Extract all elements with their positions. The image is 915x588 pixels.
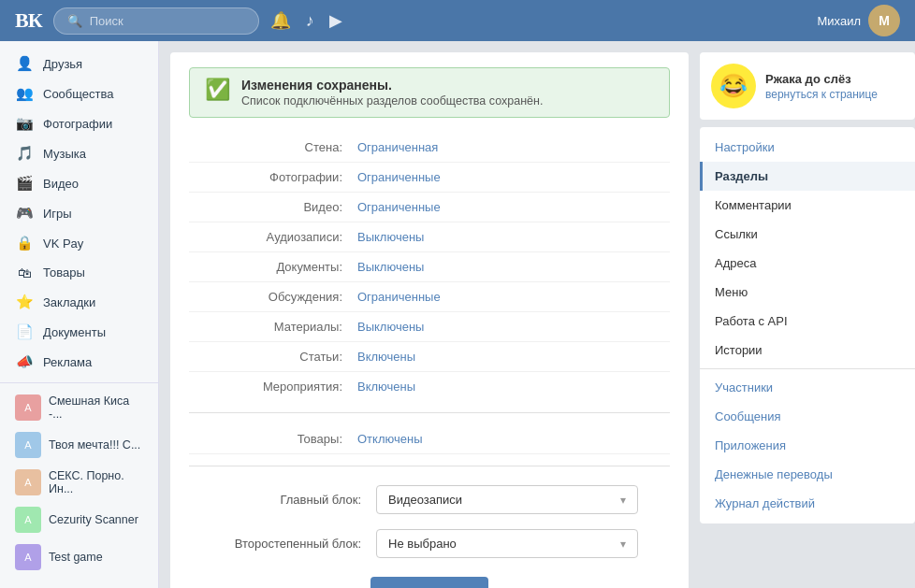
topnav-icons: 🔔 ♪ ▶ [270,10,342,31]
right-nav-item-sections[interactable]: Разделы [700,162,915,191]
community-info: Ржака до слёз вернуться к странице [765,72,878,101]
sidebar-label-friends: Друзья [43,57,82,71]
sidebar-icon-goods: 🛍 [15,265,34,280]
settings-label-4: Документы: [189,260,357,274]
sidebar-item-vkpay[interactable]: 🔒 VK Pay [0,228,158,258]
right-nav-item-stories[interactable]: Истории [700,336,915,365]
user-name: Михаил [817,14,861,28]
section-divider-1 [189,412,670,413]
search-input[interactable] [90,14,247,28]
settings-row-3: Аудиозаписи: Выключены [189,222,670,252]
settings-value-0[interactable]: Ограниченная [357,140,438,154]
settings-value-7[interactable]: Включены [357,350,415,364]
right-nav-item-addresses[interactable]: Адреса [700,249,915,278]
right-nav-item-links[interactable]: Ссылки [700,220,915,249]
sidebar-item-documents[interactable]: 📄 Документы [0,317,158,347]
sidebar-icon-documents: 📄 [15,323,34,340]
settings-label-2: Видео: [189,200,357,214]
sidebar-item-photos[interactable]: 📷 Фотографии [0,108,158,138]
sidebar-label-video: Видео [43,177,79,191]
search-box[interactable]: 🔍 [53,7,259,35]
right-nav-item-settings[interactable]: Настройки [700,133,915,162]
right-nav-item-menu[interactable]: Меню [700,278,915,307]
settings-row-2: Видео: Ограниченные [189,193,670,222]
sidebar-item-goods[interactable]: 🛍 Товары [0,258,158,287]
right-nav-item-log[interactable]: Журнал действий [700,489,915,518]
sidebar-label-games: Игры [43,207,72,221]
app-label-app5: Test game [49,551,103,564]
sidebar-label-music: Музыка [43,147,86,161]
settings-value-8[interactable]: Включены [357,380,415,394]
settings-value-1[interactable]: Ограниченные [357,170,441,184]
settings-label-5: Обсуждения: [189,290,357,304]
sidebar-icon-friends: 👤 [15,55,34,72]
sidebar-icon-ads: 📣 [15,353,34,370]
right-nav-item-comments[interactable]: Комментарии [700,191,915,220]
secondary-block-label: Второстепенный блок: [189,537,376,551]
save-button-row: Сохранить [189,566,670,588]
content-card: ✅ Изменения сохранены. Список подключённ… [170,52,689,588]
right-nav-item-api[interactable]: Работа с API [700,307,915,336]
settings-value-6[interactable]: Выключены [357,320,424,334]
sidebar-label-vkpay: VK Pay [43,237,83,251]
main-content: ✅ Изменения сохранены. Список подключённ… [159,41,700,588]
goods-value[interactable]: Отключены [357,432,422,446]
success-icon: ✅ [205,78,230,102]
settings-value-3[interactable]: Выключены [357,230,424,244]
settings-label-3: Аудиозаписи: [189,230,357,244]
settings-row-4: Документы: Выключены [189,252,670,282]
settings-value-5[interactable]: Ограниченные [357,290,441,304]
main-block-dropdown[interactable]: Видеозаписи ▾ [376,485,638,514]
success-title: Изменения сохранены. [241,78,543,93]
user-avatar: М [868,5,900,36]
music-icon[interactable]: ♪ [306,11,314,31]
sidebar-icon-music: 🎵 [15,145,34,162]
sidebar-icon-vkpay: 🔒 [15,235,34,251]
settings-label-1: Фотографии: [189,170,357,184]
community-back-link[interactable]: вернуться к странице [765,88,878,101]
right-sidebar: 😂 Ржака до слёз вернуться к странице Нас… [700,41,915,588]
app-icon-app2: A [15,432,41,458]
sidebar-app-app2[interactable]: A Твоя мечта!!! С... [0,426,158,464]
sidebar-app-app4[interactable]: A Cezurity Scanner [0,501,158,538]
user-menu[interactable]: Михаил М [817,5,900,36]
right-nav-item-transfers[interactable]: Денежные переводы [700,460,915,489]
play-icon[interactable]: ▶ [329,10,342,31]
sidebar-item-communities[interactable]: 👥 Сообщества [0,79,158,108]
secondary-block-arrow-icon: ▾ [620,538,626,551]
settings-row-7: Статьи: Включены [189,342,670,372]
save-button[interactable]: Сохранить [370,577,488,588]
sidebar-app-app3[interactable]: A СЕКС. Порно. Ин... [0,464,158,501]
right-nav-item-messages[interactable]: Сообщения [700,402,915,431]
sidebar-label-ads: Реклама [43,355,92,369]
sidebar-item-friends[interactable]: 👤 Друзья [0,49,158,79]
settings-row-8: Мероприятия: Включены [189,372,670,401]
sidebar-item-music[interactable]: 🎵 Музыка [0,138,158,168]
settings-value-4[interactable]: Выключены [357,260,424,274]
settings-label-6: Материалы: [189,320,357,334]
community-avatar: 😂 [711,64,756,108]
vk-logo[interactable]: ВК [15,8,42,33]
sidebar-item-bookmarks[interactable]: ⭐ Закладки [0,287,158,317]
sidebar-item-games[interactable]: 🎮 Игры [0,198,158,228]
search-icon: 🔍 [67,14,82,28]
left-sidebar: 👤 Друзья 👥 Сообщества 📷 Фотографии 🎵 Муз… [0,41,159,588]
sidebar-app-app1[interactable]: A Смешная Киса -... [0,389,158,426]
sidebar-item-ads[interactable]: 📣 Реклама [0,347,158,377]
secondary-block-value: Не выбрано [388,537,457,551]
settings-row-0: Стена: Ограниченная [189,133,670,163]
right-nav-item-apps[interactable]: Приложения [700,431,915,460]
bell-icon[interactable]: 🔔 [270,10,291,31]
sidebar-icon-bookmarks: ⭐ [15,294,34,310]
app-label-app1: Смешная Киса -... [49,394,143,421]
sidebar-app-app5[interactable]: A Test game [0,538,158,576]
settings-label-0: Стена: [189,140,357,154]
section-divider-2 [189,466,670,466]
sidebar-item-video[interactable]: 🎬 Видео [0,168,158,198]
secondary-block-dropdown[interactable]: Не выбрано ▾ [376,529,638,558]
sidebar-label-communities: Сообщества [43,87,114,101]
right-nav-item-members[interactable]: Участники [700,373,915,402]
community-name: Ржака до слёз [765,72,878,86]
settings-value-2[interactable]: Ограниченные [357,200,441,214]
secondary-block-row: Второстепенный блок: Не выбрано ▾ [189,522,670,566]
